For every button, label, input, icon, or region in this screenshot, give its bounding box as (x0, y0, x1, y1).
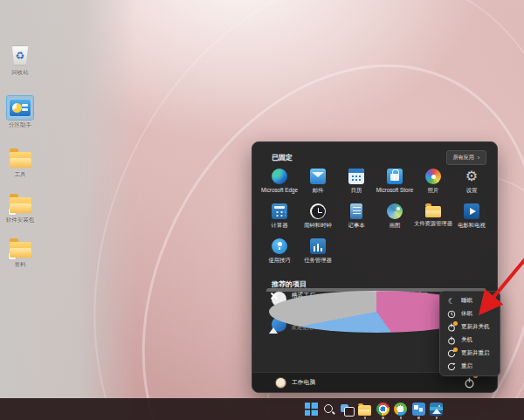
app-label: 文件资源管理器 (414, 220, 452, 228)
restart-icon (447, 349, 456, 358)
avatar (275, 377, 286, 389)
app-label: Microsoft Store (376, 187, 413, 193)
power-menu-item-restart[interactable]: 重启 (440, 360, 500, 373)
desktop-icon-label: 回收站 (11, 69, 29, 75)
taskbar-task-view-button[interactable] (338, 399, 356, 419)
app-label: Microsoft Edge (261, 187, 298, 193)
pinned-app-edge[interactable]: Microsoft Edge (260, 166, 299, 201)
power-menu-item-shutdown[interactable]: 关机 (440, 334, 500, 347)
pinned-apps-grid: Microsoft Edge 邮件 日历 Microsoft Store 照片 … (260, 166, 491, 271)
taskbar-browser-button[interactable] (392, 399, 410, 419)
recycle-bin-icon (7, 44, 33, 67)
app-label: 设置 (466, 187, 478, 195)
file-explorer-icon (425, 206, 441, 217)
sleep-moon-icon: ☾ (447, 297, 456, 306)
file-explorer-icon (358, 405, 371, 416)
app-label: 闹钟和时钟 (304, 222, 331, 230)
pinned-app-file-explorer[interactable]: 文件资源管理器 (414, 201, 452, 236)
power-menu-item-update-restart[interactable]: 更新并重启 (440, 347, 500, 360)
partition-app-icon (7, 96, 33, 120)
app-label: 电影和电视 (458, 222, 485, 230)
power-icon (464, 377, 475, 389)
edge-icon (272, 169, 287, 184)
gallery-icon (412, 403, 425, 416)
all-apps-button[interactable]: 所有应用 › (446, 150, 486, 165)
power-menu-label: 休眠 (461, 310, 472, 318)
windows-start-icon (305, 403, 318, 416)
app-label: 计算器 (272, 222, 288, 230)
power-options-menu: ☾ 睡眠 休眠 更新并关机 关机 更新并 (439, 291, 500, 376)
pinned-app-calculator[interactable]: 计算器 (260, 201, 299, 236)
movies-tv-icon (464, 203, 479, 219)
pinned-app-settings[interactable]: 设置 (452, 166, 491, 201)
desktop-icon-folder-1[interactable]: 工具 (3, 146, 38, 177)
desktop-icon-partition-app[interactable]: 分区助手 (3, 96, 38, 127)
folder-icon (7, 146, 33, 169)
folder-shortcut-icon: ↗ (7, 191, 33, 215)
desktop-icon-label: 工具 (15, 171, 26, 177)
app-label: 日历 (351, 187, 362, 195)
power-menu-item-sleep[interactable]: ☾ 睡眠 (440, 294, 500, 307)
search-icon (322, 403, 335, 416)
pinned-app-clock[interactable]: 闹钟和时钟 (299, 201, 337, 236)
folder-shortcut-icon: ↗ (7, 236, 33, 259)
user-name: 工作电脑 (292, 378, 315, 387)
taskbar-file-explorer-button[interactable] (356, 399, 375, 419)
calendar-icon (348, 169, 364, 184)
app-label: 使用技巧 (268, 257, 290, 265)
app-label: 任务管理器 (304, 257, 331, 265)
taskbar-start-button[interactable] (302, 399, 321, 419)
power-icon (447, 323, 456, 332)
power-menu-label: 关机 (461, 336, 472, 344)
task-manager-icon (310, 238, 326, 254)
update-badge (453, 348, 458, 352)
photos-icon (430, 403, 443, 416)
pinned-app-notepad[interactable]: 记事本 (337, 201, 376, 236)
power-button[interactable] (462, 375, 476, 389)
pinned-app-mail[interactable]: 邮件 (299, 166, 337, 201)
settings-gear-icon (464, 169, 479, 184)
pinned-app-calendar[interactable]: 日历 (337, 166, 376, 201)
shortcut-arrow-icon: ↗ (9, 252, 16, 259)
desktop-icon-folder-2[interactable]: ↗ 软件安装包 (3, 191, 38, 223)
desktop-icon-label: 分区助手 (9, 121, 31, 127)
pinned-app-photos[interactable]: 照片 (414, 166, 452, 201)
desktop-icon-folder-3[interactable]: ↗ 资料 (3, 236, 38, 267)
power-menu-label: 更新并关机 (461, 323, 490, 331)
pinned-app-paint[interactable]: 画图 (376, 201, 414, 236)
chrome-icon (376, 403, 390, 416)
app-label: 邮件 (313, 187, 324, 195)
notepad-icon (350, 203, 362, 219)
photos-icon (425, 169, 441, 184)
desktop-icon-recycle-bin[interactable]: 回收站 (3, 44, 38, 75)
taskbar-chrome-button[interactable] (374, 399, 392, 419)
tips-icon (272, 238, 287, 254)
taskbar-gallery-button[interactable] (410, 399, 428, 419)
power-menu-item-hibernate[interactable]: 休眠 (440, 307, 500, 320)
taskbar-search-button[interactable] (321, 399, 339, 419)
power-menu-item-update-shutdown[interactable]: 更新并关机 (440, 320, 500, 334)
power-menu-label: 睡眠 (461, 297, 472, 305)
shortcut-arrow-icon: ↗ (9, 208, 16, 215)
pinned-app-tips[interactable]: 使用技巧 (260, 236, 299, 271)
clock-icon (310, 203, 326, 219)
pinned-app-store[interactable]: Microsoft Store (376, 166, 414, 201)
chevron-right-icon: › (478, 155, 479, 161)
store-icon (387, 169, 403, 184)
power-icon (447, 336, 456, 345)
update-badge (453, 321, 458, 326)
hibernate-clock-icon (447, 310, 456, 319)
all-apps-label: 所有应用 (453, 154, 474, 162)
restart-icon (447, 362, 456, 371)
user-account-button[interactable]: 工作电脑 (275, 377, 315, 389)
task-view-icon (341, 403, 354, 416)
desktop-icon-label: 资料 (15, 261, 26, 267)
pinned-app-movies-tv[interactable]: 电影和电视 (452, 201, 491, 236)
app-label: 画图 (390, 222, 401, 230)
desktop-wallpaper: 回收站 分区助手 工具 ↗ 软件安装包 ↗ 资料 已固定 所有应用 › Micr… (0, 0, 524, 420)
app-label: 照片 (428, 187, 439, 195)
taskbar-photos-button[interactable] (428, 399, 446, 419)
app-label: 记事本 (348, 222, 365, 230)
desktop-icon-label: 软件安装包 (6, 217, 35, 223)
pinned-app-task-manager[interactable]: 任务管理器 (299, 236, 337, 271)
